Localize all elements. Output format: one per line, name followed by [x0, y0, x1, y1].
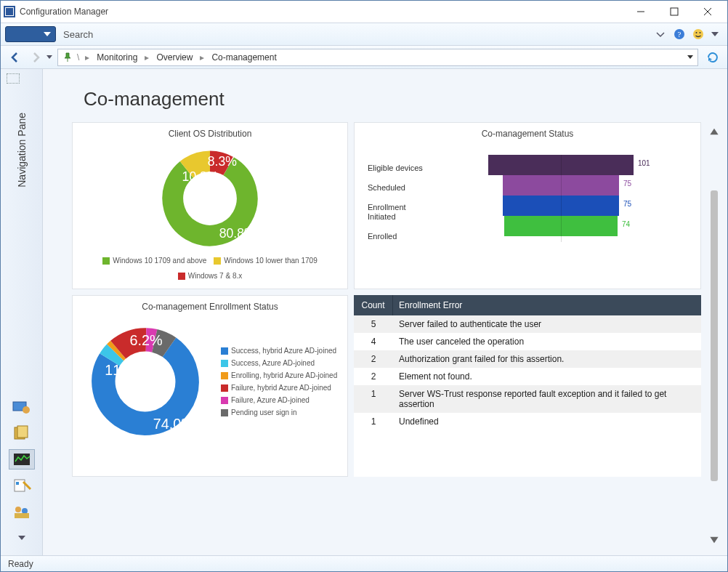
breadcrumb-monitoring[interactable]: Monitoring	[94, 51, 140, 64]
funnel-label: Eligible devices	[368, 164, 426, 173]
pct-label: 6.2%	[129, 332, 162, 348]
refresh-button[interactable]	[703, 48, 723, 67]
vertical-scrollbar[interactable]	[707, 122, 721, 549]
body: Navigation Pane Co-management Client OS …	[1, 69, 727, 555]
status-text: Ready	[8, 559, 33, 569]
legend-item: Pending user sign in	[221, 408, 337, 416]
feedback-smiley-icon[interactable]	[692, 28, 704, 40]
chart-legend: Windows 10 1709 and above Windows 10 low…	[73, 257, 347, 286]
navigation-pane[interactable]: Navigation Pane	[1, 69, 43, 555]
chevron-right-icon: ▸	[143, 52, 150, 63]
navigation-pane-label: Navigation Pane	[16, 113, 28, 188]
breadcrumb-overview[interactable]: Overview	[153, 51, 195, 64]
table-row[interactable]: 1Undefined	[354, 413, 701, 430]
search-placeholder[interactable]: Search	[63, 29, 655, 40]
maximize-button[interactable]	[658, 1, 691, 22]
svg-point-9	[700, 32, 701, 33]
breadcrumb-root: \	[76, 52, 81, 63]
pct-label: 74.0%	[153, 416, 194, 432]
breadcrumb-bar[interactable]: \ ▸ Monitoring ▸ Overview ▸ Co-managemen…	[57, 49, 698, 66]
svg-marker-12	[687, 55, 693, 59]
svg-marker-24	[18, 536, 25, 540]
pct-label: 11.5%	[105, 362, 145, 378]
card-title: Co-management Enrollment Status	[73, 296, 347, 313]
card-client-os-distribution: Client OS Distribution 80.8% 10.8% 8.3%	[72, 122, 348, 289]
window-title: Configuration Manager	[20, 7, 624, 17]
bar-value: 75	[623, 180, 631, 188]
svg-rect-17	[17, 426, 28, 438]
svg-point-15	[23, 406, 30, 414]
col-error: Enrollment Error	[393, 295, 701, 315]
card-title: Co-management Status	[355, 123, 700, 140]
legend-item: Windows 10 lower than 1709	[214, 257, 317, 265]
status-bar: Ready	[1, 555, 727, 571]
card-enrollment-errors: Count Enrollment Error 5Server failed to…	[354, 295, 701, 477]
minimize-button[interactable]	[624, 1, 658, 22]
menu-bar: Search ?	[1, 23, 727, 46]
expand-hint-icon[interactable]	[7, 73, 20, 84]
funnel-label: Enrollment Initiated	[368, 203, 426, 222]
svg-rect-23	[15, 513, 29, 518]
col-count: Count	[354, 295, 393, 315]
svg-rect-20	[16, 482, 19, 485]
card-enrollment-status: Co-management Enrollment Status 74.0%	[72, 295, 348, 477]
legend-item: Success, hybrid Azure AD-joined	[221, 347, 337, 355]
svg-point-22	[22, 508, 28, 514]
title-bar: Configuration Manager	[1, 1, 727, 23]
page-title: Co-management	[43, 69, 727, 122]
table-row[interactable]: 2Element not found.	[354, 368, 701, 385]
donut-chart-os: 80.8% 10.8% 8.3%	[145, 140, 275, 257]
svg-point-8	[696, 32, 697, 33]
table-body: 5Server failed to authenticate the user …	[354, 315, 701, 430]
chevron-down-icon	[44, 32, 51, 36]
back-button[interactable]	[5, 48, 25, 67]
table-header: Count Enrollment Error	[354, 295, 701, 315]
legend-item: Windows 7 & 8.x	[178, 272, 242, 280]
breadcrumb-dropdown-icon[interactable]	[687, 55, 693, 59]
help-icon[interactable]: ?	[674, 28, 685, 40]
legend-item: Failure, hybrid Azure AD-joined	[221, 384, 337, 392]
workspace-assets-icon[interactable]	[9, 397, 35, 417]
svg-point-7	[693, 29, 703, 39]
svg-marker-4	[44, 32, 51, 36]
legend-item: Enrolling, hybrid Azure AD-joined	[221, 371, 337, 379]
workspace-more-button[interactable]	[9, 528, 35, 548]
workspace-admin-icon[interactable]	[9, 501, 35, 522]
close-button[interactable]	[691, 1, 724, 22]
funnel-chart: 101 75 75 74	[434, 155, 687, 264]
table-row[interactable]: 4The user canceled the operation	[354, 333, 701, 350]
scroll-up-icon[interactable]	[709, 126, 719, 137]
legend-item: Failure, Azure AD-joined	[221, 396, 337, 404]
svg-marker-34	[710, 129, 718, 134]
chevron-right-icon: ▸	[198, 52, 206, 63]
legend-item: Windows 10 1709 and above	[102, 257, 206, 265]
workspace-compliance-icon[interactable]	[9, 475, 35, 496]
svg-marker-10	[711, 32, 719, 36]
breadcrumb-comanagement[interactable]: Co-management	[209, 51, 279, 64]
bar-value: 74	[622, 220, 630, 228]
pct-label: 8.3%	[208, 154, 237, 169]
application-menu-button[interactable]	[5, 26, 56, 42]
search-dropdown-icon[interactable]	[655, 28, 666, 40]
pct-label: 10.8%	[182, 169, 219, 184]
table-row[interactable]: 5Server failed to authenticate the user	[354, 315, 701, 333]
table-row[interactable]: 2Authorization grant failed for this ass…	[354, 350, 701, 368]
card-title: Client OS Distribution	[73, 123, 347, 140]
pin-icon[interactable]	[62, 52, 73, 63]
svg-marker-11	[46, 55, 52, 59]
table-row[interactable]: 1Server WS-Trust response reported fault…	[354, 385, 701, 413]
workspace-monitoring-icon[interactable]	[9, 449, 35, 470]
feedback-dropdown-icon[interactable]	[711, 32, 719, 36]
pct-label: 80.8%	[219, 226, 256, 241]
history-dropdown-button[interactable]	[46, 55, 53, 59]
chart-legend: Success, hybrid Azure AD-joined Success,…	[217, 347, 337, 416]
scroll-down-icon[interactable]	[709, 535, 719, 545]
svg-rect-1	[671, 8, 678, 15]
workspace-library-icon[interactable]	[9, 423, 35, 443]
forward-button[interactable]	[25, 48, 46, 67]
app-window: Configuration Manager Search ? \ ▸ Monit…	[0, 0, 728, 572]
scrollbar-thumb[interactable]	[711, 190, 718, 481]
bar-value: 101	[638, 159, 650, 167]
navigation-bar: \ ▸ Monitoring ▸ Overview ▸ Co-managemen…	[1, 46, 727, 69]
svg-text:?: ?	[678, 30, 682, 39]
